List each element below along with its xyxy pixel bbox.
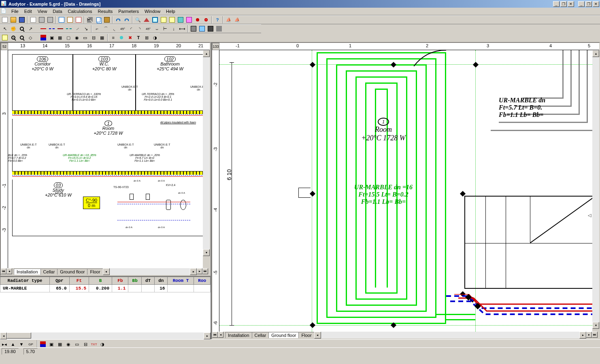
select-tool[interactable]: ↖ — [1, 25, 9, 33]
component4[interactable] — [215, 25, 223, 33]
th-b[interactable]: B — [89, 277, 112, 285]
right-drawing-canvas[interactable]: 1 Room +20°C 1728 W UR-MARBLE dn =16 Ft=… — [219, 50, 592, 332]
table-hscroll-left[interactable]: ◂ — [0, 332, 7, 339]
th-roo[interactable]: Roo — [194, 277, 211, 285]
line-teal[interactable] — [65, 25, 73, 33]
menu-edit[interactable]: Edit — [21, 8, 35, 15]
up-button[interactable]: ▲ — [9, 340, 17, 348]
th-ft[interactable]: Ft — [69, 277, 89, 285]
dim-tool[interactable]: ⟷ — [178, 25, 186, 33]
zoom-out[interactable] — [18, 34, 26, 42]
bt-valve[interactable]: ▣ — [47, 340, 55, 348]
left-hscroll-right[interactable]: ▸ — [190, 268, 197, 275]
component1[interactable] — [189, 25, 198, 33]
cut-button[interactable]: ✂ — [86, 16, 94, 24]
ship1-button[interactable]: ⛵ — [225, 16, 233, 24]
zoom-tool[interactable] — [18, 25, 26, 33]
down-button[interactable]: ▼ — [17, 340, 26, 348]
arc3[interactable]: ◟ — [110, 25, 118, 33]
left-tab-nav[interactable]: ⏮◂ — [1, 268, 12, 275]
menu-parameters[interactable]: Parmeters — [115, 8, 142, 15]
left-drawing-canvas[interactable]: 106 Corridor +20°C 0 W 103 W.C. +20°C 80… — [8, 50, 203, 268]
line-end[interactable]: ↘ — [82, 25, 90, 33]
line-red[interactable] — [39, 25, 47, 33]
right-tab-nav-end[interactable]: ▸⏭ — [586, 332, 598, 339]
restore-button[interactable]: ❐ — [560, 1, 567, 7]
arc4[interactable]: ◜ — [127, 25, 135, 33]
component2[interactable] — [198, 25, 206, 33]
sym-valve[interactable]: ▣ — [48, 34, 56, 42]
line-dark[interactable] — [56, 25, 64, 33]
open-button[interactable] — [9, 16, 17, 24]
help-button[interactable]: ? — [213, 16, 221, 24]
child-close-button[interactable]: ✕ — [593, 1, 599, 7]
right-tab-nav[interactable]: ⏮◂ — [212, 332, 223, 339]
tab-installation[interactable]: Installation — [14, 269, 41, 275]
find-button[interactable]: 🔍 — [134, 16, 142, 24]
report1-button[interactable] — [57, 16, 66, 24]
th-type[interactable]: Radiator type — [0, 277, 50, 285]
c90-tag[interactable]: C°-90 0 m — [83, 197, 100, 209]
left-tab-nav-end[interactable]: ▸⏭ — [197, 268, 208, 275]
th-dn[interactable]: dn — [155, 277, 168, 285]
tab-ground-floor-r[interactable]: Ground floor — [268, 332, 299, 338]
window-button[interactable] — [151, 16, 159, 24]
table-button[interactable] — [185, 16, 193, 24]
sym-text[interactable]: T — [134, 34, 143, 42]
sym-grid[interactable]: ▦ — [98, 34, 106, 42]
tab-ground-floor[interactable]: Ground floor — [57, 269, 87, 275]
menu-file[interactable]: File — [9, 8, 21, 15]
arc5[interactable]: ◝ — [136, 25, 144, 33]
redo-button[interactable] — [123, 16, 131, 24]
pan-tool[interactable]: ✊ — [9, 25, 17, 33]
sym-boiler[interactable]: ▢ — [64, 34, 72, 42]
zoom-in[interactable]: + — [9, 34, 17, 42]
arrow-tool[interactable]: ↗ — [26, 25, 34, 33]
bt-tank[interactable]: ▭ — [73, 340, 81, 348]
right-vscroll[interactable]: ▴ ▾ — [592, 50, 599, 332]
bt-rad[interactable]: ▦ — [56, 340, 64, 348]
sym-x[interactable]: ✖ — [126, 34, 134, 42]
bt-text[interactable]: TXT — [90, 340, 98, 348]
tab-cellar-r[interactable]: Cellar — [252, 332, 269, 338]
arc2[interactable]: ⌒ — [102, 25, 110, 33]
line-break[interactable]: ⟋ — [73, 25, 81, 33]
th-fb[interactable]: Fb — [112, 277, 128, 285]
form1-button[interactable] — [160, 16, 168, 24]
tab-floor[interactable]: Floor — [87, 269, 103, 275]
minimize-button[interactable]: _ — [553, 1, 560, 7]
close-button[interactable]: ✕ — [568, 1, 574, 7]
calc-button[interactable] — [177, 16, 185, 24]
props-button[interactable] — [1, 34, 9, 42]
branch[interactable]: ⊢ — [161, 25, 169, 33]
ship2-button[interactable]: ⛵ — [233, 16, 241, 24]
marker[interactable]: ↓ — [170, 25, 178, 33]
th-roomt[interactable]: Room T — [168, 277, 194, 285]
print-preview-button[interactable] — [38, 16, 46, 24]
arc45b[interactable]: 45° — [144, 25, 152, 33]
paste-button[interactable] — [103, 16, 111, 24]
sym-badge[interactable]: ◑ — [151, 34, 159, 42]
bt-unit[interactable]: ⊟ — [81, 340, 89, 348]
sym-tank[interactable]: ▭ — [81, 34, 89, 42]
sym-circle[interactable] — [117, 34, 126, 42]
menu-results[interactable]: Results — [95, 8, 116, 15]
eraser[interactable]: ◇ — [26, 34, 34, 42]
bt-badge[interactable]: ◑ — [98, 340, 106, 348]
sym-manifold[interactable]: ⊟ — [89, 34, 98, 42]
house-button[interactable] — [143, 16, 151, 24]
right-hscroll-right[interactable]: ▸ — [579, 332, 586, 339]
report2-button[interactable] — [66, 16, 74, 24]
th-qpr[interactable]: Qpr — [49, 277, 69, 285]
copy-button[interactable] — [94, 16, 102, 24]
bt-pipes[interactable] — [39, 340, 47, 348]
form2-button[interactable] — [168, 16, 176, 24]
menu-help[interactable]: Help — [163, 8, 178, 15]
tab-cellar[interactable]: Cellar — [40, 269, 58, 275]
sym-lines[interactable]: ≡ — [109, 34, 117, 42]
undo-button[interactable] — [114, 16, 122, 24]
arc6[interactable]: ⌣ — [153, 25, 161, 33]
new-button[interactable] — [1, 16, 9, 24]
sym-radiator[interactable]: ▦ — [56, 34, 64, 42]
menu-data[interactable]: Data — [50, 8, 65, 15]
